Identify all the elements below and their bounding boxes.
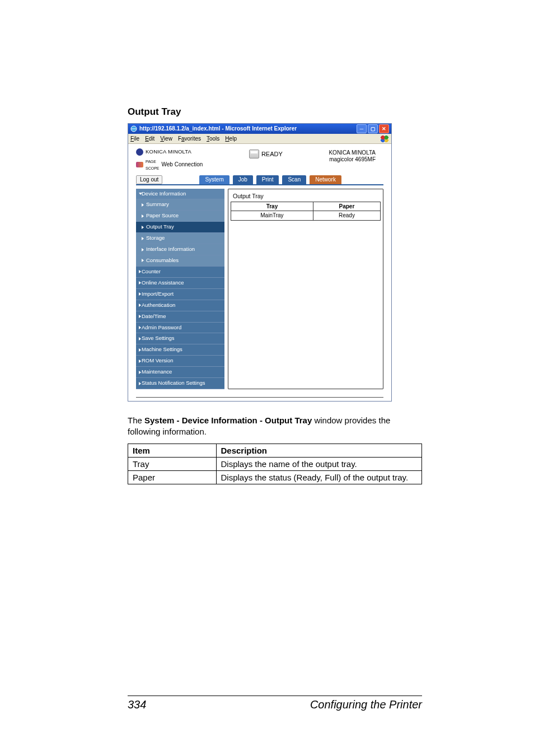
pane-title: Output Tray — [231, 193, 381, 202]
browser-window: http://192.168.1.2/a_index.html - Micros… — [128, 123, 392, 402]
nav-machine-settings[interactable]: Machine Settings — [136, 344, 224, 356]
nav-maintenance[interactable]: Maintenance — [136, 367, 224, 378]
nav-counter[interactable]: Counter — [136, 267, 224, 278]
description-table: Item Description Tray Displays the name … — [128, 444, 422, 484]
nav-admin-password[interactable]: Admin Password — [136, 323, 224, 334]
cell-tray: MainTray — [231, 211, 313, 221]
web-connection-label: Web Connection — [162, 161, 203, 168]
tab-print[interactable]: Print — [256, 175, 279, 184]
minimize-button[interactable]: ─ — [357, 124, 367, 133]
nav-interface-info[interactable]: Interface Information — [136, 244, 224, 255]
footer-separator — [136, 397, 383, 398]
menubar: File Edit View Favorites Tools Help — [128, 134, 391, 144]
page-number: 334 — [128, 698, 146, 711]
model-name: magicolor 4695MF — [329, 156, 376, 163]
close-button[interactable]: ✕ — [379, 124, 389, 133]
col-tray: Tray — [231, 202, 313, 211]
menu-edit[interactable]: Edit — [145, 136, 154, 142]
header-item: Item — [128, 444, 217, 457]
brand-block: KONICA MINOLTA PAGESCOPE Web Connection — [136, 148, 203, 171]
window-title: http://192.168.1.2/a_index.html - Micros… — [139, 125, 297, 132]
nav-save-settings[interactable]: Save Settings — [136, 333, 224, 344]
table-row: Paper Displays the status (Ready, Full) … — [128, 470, 422, 484]
ie-icon — [130, 125, 137, 132]
nav-status-notification[interactable]: Status Notification Settings — [136, 378, 224, 389]
model-maker: KONICA MINOLTA — [329, 150, 376, 156]
nav-consumables[interactable]: Consumables — [136, 255, 224, 267]
nav-summary[interactable]: Summary — [136, 199, 224, 211]
table-row: Tray Displays the name of the output tra… — [128, 457, 422, 470]
brand-maker: KONICA MINOLTA — [146, 149, 191, 155]
nav-paper-source[interactable]: Paper Source — [136, 211, 224, 222]
header-description: Description — [216, 444, 422, 457]
webconn-label: PAGESCOPE — [146, 158, 160, 171]
tab-network[interactable]: Network — [310, 175, 341, 184]
table-row: MainTray Ready — [231, 211, 381, 221]
content-pane: Output Tray Tray Paper MainTray Ready — [228, 189, 383, 390]
nav-output-tray[interactable]: Output Tray — [136, 222, 224, 233]
section-heading: Output Tray — [128, 106, 422, 118]
device-status: READY — [249, 150, 283, 158]
km-logo-icon — [136, 148, 143, 156]
nav-import-export[interactable]: Import/Export — [136, 289, 224, 300]
status-text: READY — [261, 151, 283, 158]
tab-scan[interactable]: Scan — [282, 175, 306, 184]
tab-system[interactable]: System — [199, 175, 229, 184]
nav-rom-version[interactable]: ROM Version — [136, 356, 224, 367]
windows-flag-icon — [380, 136, 389, 142]
menu-file[interactable]: File — [130, 136, 139, 142]
pagescope-icon — [136, 162, 143, 167]
tabs-underline — [136, 184, 383, 185]
nav-authentication[interactable]: Authentication — [136, 300, 224, 311]
cell-item: Tray — [128, 457, 217, 470]
cell-paper: Ready — [313, 211, 380, 221]
col-paper: Paper — [313, 202, 380, 211]
nav-storage[interactable]: Storage — [136, 233, 224, 244]
chapter-title: Configuring the Printer — [310, 698, 422, 711]
logout-button[interactable]: Log out — [136, 175, 162, 184]
menu-favorites[interactable]: Favorites — [178, 136, 201, 142]
cell-desc: Displays the status (Ready, Full) of the… — [216, 470, 422, 484]
nav-date-time[interactable]: Date/Time — [136, 311, 224, 323]
titlebar: http://192.168.1.2/a_index.html - Micros… — [128, 124, 391, 134]
menu-tools[interactable]: Tools — [207, 136, 219, 142]
output-tray-table: Tray Paper MainTray Ready — [231, 202, 381, 221]
cell-item: Paper — [128, 470, 217, 484]
maximize-button[interactable]: ▢ — [368, 124, 378, 133]
nav-online-assistance[interactable]: Online Assistance — [136, 278, 224, 289]
printer-icon — [249, 150, 259, 158]
description-paragraph: The System - Device Information - Output… — [128, 415, 422, 438]
menu-help[interactable]: Help — [225, 136, 237, 142]
tab-job[interactable]: Job — [233, 175, 253, 184]
menu-view[interactable]: View — [160, 136, 172, 142]
sidebar-nav: Device Information Summary Paper Source … — [136, 189, 224, 390]
nav-device-info[interactable]: Device Information — [136, 189, 224, 200]
cell-desc: Displays the name of the output tray. — [216, 457, 422, 470]
